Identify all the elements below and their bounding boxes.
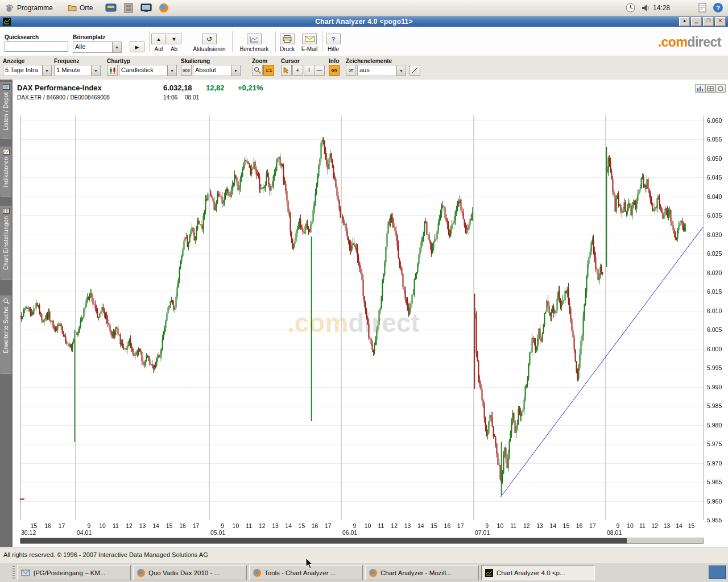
x-axis-date-label: 06.01 [342, 529, 357, 536]
chevron-down-icon[interactable]: ▼ [167, 65, 176, 76]
toolbar-separator [322, 31, 322, 52]
comdirect-logo: .comdirect [658, 35, 721, 50]
taskbar-grip[interactable] [13, 566, 15, 580]
x-axis-hour-label: 11 [376, 522, 386, 529]
boersenplatz-go-button[interactable]: ▶ [130, 41, 144, 52]
ibeam-cursor-icon[interactable]: I [304, 65, 315, 76]
skalierung-label: Skalierung [181, 58, 210, 64]
close-button[interactable]: ✕ [715, 17, 726, 26]
hilfe-button[interactable]: ? Hilfe [324, 34, 342, 52]
taskbar-button-firefox-3[interactable]: Chart Analyzer - Mozill... [365, 565, 479, 580]
shade-button[interactable]: ▲ [679, 17, 690, 26]
maximize-button[interactable]: ❐ [703, 17, 714, 26]
x-axis-hour-label: 11 [111, 522, 121, 529]
x-axis-hour-label: 14 [548, 522, 558, 529]
applications-menu[interactable]: Programme [1, 1, 57, 14]
circle-icon[interactable] [715, 84, 726, 93]
cursor-label: Cursor [281, 58, 300, 64]
chevron-down-icon[interactable]: ▼ [396, 65, 406, 76]
ab-button[interactable]: ▼ Ab [167, 34, 181, 52]
zeichenelemente-toggle[interactable]: off [346, 65, 356, 76]
launcher-tools[interactable] [104, 2, 118, 14]
grid-view-icon[interactable] [705, 84, 715, 93]
panel-clock[interactable]: 14:28 [653, 4, 670, 12]
x-axis-hour-label: 16 [43, 522, 53, 529]
scrollbar-thumb[interactable] [20, 538, 627, 543]
x-axis-hour-label: 15 [429, 522, 439, 529]
charttyp-select[interactable]: Candlestick ▼ [119, 65, 177, 76]
hline-cursor-icon[interactable]: — [314, 65, 325, 76]
price-change-percent: +0,21% [238, 84, 263, 92]
zoom-in-icon[interactable] [252, 65, 263, 76]
notes-applet-icon[interactable] [698, 3, 706, 13]
x-axis-date-label: 04.01 [77, 529, 92, 536]
skalierung-select[interactable]: Absolut ▼ [193, 65, 241, 76]
help-icon[interactable]: ? [713, 3, 723, 13]
folder-icon [68, 4, 77, 11]
cursor-arrow-icon[interactable] [281, 65, 292, 76]
launcher-firefox[interactable] [157, 2, 171, 14]
x-axis-hour-label: 9 [84, 522, 94, 529]
candlestick-chart[interactable] [13, 105, 728, 520]
taskbar-button-kmail[interactable]: [PG/Posteingang – KM... [17, 565, 131, 580]
taskbar-button-firefox-1[interactable]: Quo Vadis Dax 2010 - ... [133, 565, 247, 580]
firefox-icon [159, 3, 168, 13]
volume-icon[interactable] [642, 4, 651, 12]
draw-line-icon[interactable] [410, 65, 420, 76]
anzeige-label: Anzeige [3, 58, 24, 64]
x-axis-hour-label: 15 [686, 522, 697, 529]
email-button[interactable]: E-Mail [298, 34, 321, 52]
auf-button[interactable]: ▲ Auf [151, 34, 166, 52]
quicksearch-input[interactable] [5, 41, 68, 52]
candlestick-icon[interactable] [107, 65, 118, 76]
indicator-icon [3, 149, 10, 155]
sidebar-tab-listen-depot[interactable]: Listen / Depot [1, 82, 11, 139]
taskbar-button-firefox-2[interactable]: Tools - Chart Analyzer ... [249, 565, 363, 580]
x-axis-hour-label: 16 [442, 522, 452, 529]
x-axis-hour-label: 15 [296, 522, 307, 529]
last-price: 6.032,18 [163, 84, 192, 92]
aktualisieren-button[interactable]: ↺ Aktualisieren [188, 34, 231, 52]
search-icon [3, 298, 10, 304]
chevron-down-icon[interactable]: ▼ [231, 65, 240, 76]
workspace-switcher[interactable] [709, 566, 726, 579]
druck-button[interactable]: Druck [278, 34, 297, 52]
info-toggle[interactable]: on [329, 65, 340, 76]
crosshair-cursor-icon[interactable]: + [292, 65, 303, 76]
zoom-1-1-button[interactable]: 1:1 [263, 65, 274, 76]
zeichenelemente-select[interactable]: aus ▼ [357, 65, 406, 76]
x-axis-hour-label: 12 [522, 522, 532, 529]
applications-menu-label: Programme [17, 4, 53, 12]
chevron-down-icon[interactable]: ▼ [42, 65, 51, 76]
x-axis-date-label: 08.01 [607, 529, 622, 536]
chart-horizontal-scrollbar[interactable] [20, 538, 704, 544]
frequenz-select[interactable]: 1 Minute ▼ [54, 65, 101, 76]
x-axis-hour-label: 16 [310, 522, 320, 529]
minimize-button[interactable]: ▁ [691, 17, 702, 26]
bar-chart-icon[interactable] [695, 84, 705, 93]
main-toolbar: Quicksearch Börsenplatz Alle ▼ ▶ ▲ Auf ▼… [0, 27, 728, 56]
clock-applet-icon[interactable] [626, 3, 635, 13]
instrument-name: DAX Performance-Index [17, 84, 102, 92]
window-titlebar[interactable]: Chart Analyzer 4.0 <pogo11> ▲ ▁ ❐ ✕ [0, 16, 728, 27]
taskbar-button-chart-analyzer[interactable]: Chart Analyzer 4.0 <p... [481, 565, 595, 580]
chevron-down-icon[interactable]: ▼ [91, 65, 100, 76]
abs-scale-icon[interactable]: abs [181, 65, 192, 76]
x-axis-hour-label: 13 [270, 522, 280, 529]
places-menu[interactable]: Orte [64, 1, 97, 14]
x-axis-date-label: 30.12 [21, 529, 36, 536]
launcher-screenshot[interactable] [139, 2, 153, 14]
benchmark-button[interactable]: Benchmark [235, 34, 273, 52]
chevron-down-icon[interactable]: ▼ [112, 42, 121, 52]
x-axis-hour-label: 13 [403, 522, 413, 529]
launcher-archive[interactable] [122, 2, 135, 14]
x-axis-hour-label: 17 [323, 522, 333, 529]
sidebar-tab-chart-einstellungen[interactable]: Chart Einstellungen [1, 206, 11, 280]
boersenplatz-select[interactable]: Alle ▼ [73, 41, 122, 53]
sidebar-tab-indikatoren[interactable]: Indikatoren [1, 147, 11, 197]
printer-icon [280, 34, 295, 44]
sidebar-tab-erweiterte-suche[interactable]: Erweiterte Suche [1, 296, 11, 374]
anzeige-select[interactable]: 5 Tage Intra ▼ [3, 65, 52, 76]
tools-icon [105, 3, 117, 13]
x-axis-hour-label: 12 [389, 522, 399, 529]
